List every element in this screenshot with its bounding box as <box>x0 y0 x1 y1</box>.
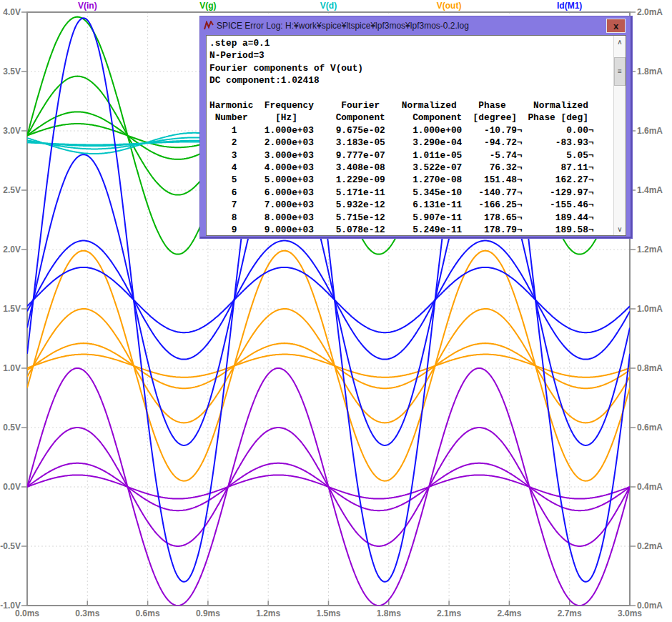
axis-tick-label-voltage: 1.5V <box>3 304 21 314</box>
axis-tick-label-voltage: -1.0V <box>0 601 21 611</box>
axis-tick-label-current: 0.6mA <box>637 423 663 433</box>
ltspice-logo-icon <box>204 21 214 31</box>
axis-tick-label-voltage: 4.0V <box>3 7 21 17</box>
axis-tick-label-voltage: 2.5V <box>3 185 21 195</box>
axis-tick-label-voltage: 0.0V <box>3 482 21 492</box>
log-text-area: .step a=0.1 N-Period=3 Fourier component… <box>206 35 626 236</box>
legend-label-vg[interactable]: V(g) <box>199 1 216 11</box>
dialog-title: SPICE Error Log: H:¥work¥spice¥ltspice¥l… <box>217 21 469 31</box>
legend-label-vout[interactable]: V(out) <box>437 1 462 11</box>
close-button[interactable]: x <box>606 19 626 33</box>
scroll-thumb[interactable]: ≡ <box>614 57 626 86</box>
axis-tick-label-time: 1.2ms <box>256 608 280 618</box>
axis-tick-label-current: 0.2mA <box>637 541 663 551</box>
axis-tick-label-current: 0.4mA <box>637 482 663 492</box>
thumb-grip-icon: ≡ <box>618 68 622 75</box>
axis-tick-label-current: 1.2mA <box>637 245 663 255</box>
axis-tick-label-time: 1.8ms <box>377 608 401 618</box>
ltspice-waveform-window: 0.0ms0.3ms0.6ms0.9ms1.2ms1.5ms1.8ms2.1ms… <box>0 0 672 622</box>
axis-tick-label-time: 1.5ms <box>316 608 340 618</box>
axis-tick-label-current: 0.8mA <box>637 363 663 373</box>
dialog-titlebar[interactable]: SPICE Error Log: H:¥work¥spice¥ltspice¥l… <box>200 16 632 34</box>
axis-tick-label-time: 0.6ms <box>136 608 160 618</box>
scroll-up-button[interactable]: ∧ <box>614 36 626 48</box>
log-text: .step a=0.1 N-Period=3 Fourier component… <box>207 36 626 236</box>
axis-tick-label-time: 2.1ms <box>437 608 461 618</box>
axis-tick-label-time: 0.9ms <box>196 608 220 618</box>
chevron-down-icon: ∨ <box>617 225 622 233</box>
axis-tick-label-time: 2.7ms <box>558 608 582 618</box>
axis-tick-label-current: 1.6mA <box>637 126 663 136</box>
axis-tick-label-current: 1.0mA <box>637 304 663 314</box>
scroll-down-button[interactable]: ∨ <box>614 223 626 235</box>
axis-tick-label-voltage: 3.0V <box>3 126 21 136</box>
chevron-up-icon: ∧ <box>617 38 622 46</box>
axis-tick-label-time: 0.3ms <box>75 608 99 618</box>
legend-label-vd[interactable]: V(d) <box>320 1 337 11</box>
axis-tick-label-voltage: 1.0V <box>3 363 21 373</box>
axis-tick-label-current: 1.4mA <box>637 185 663 195</box>
axis-tick-label-voltage: 3.5V <box>3 66 21 76</box>
axis-tick-label-voltage: -0.5V <box>0 541 21 551</box>
scrollbar[interactable]: ∧ ≡ ∨ <box>613 36 626 235</box>
axis-tick-label-voltage: 2.0V <box>3 245 21 255</box>
axis-tick-label-current: 2.0mA <box>637 7 663 17</box>
axis-tick-label-current: 0.0mA <box>637 601 663 611</box>
axis-tick-label-current: 1.8mA <box>637 66 663 76</box>
legend-label-idm1[interactable]: Id(M1) <box>557 1 582 11</box>
close-icon: x <box>613 21 618 31</box>
axis-tick-label-time: 2.4ms <box>497 608 521 618</box>
legend-label-vin[interactable]: V(in) <box>78 1 97 11</box>
axis-tick-label-voltage: 0.5V <box>3 423 21 433</box>
spice-error-log-dialog: SPICE Error Log: H:¥work¥spice¥ltspice¥l… <box>199 16 633 239</box>
